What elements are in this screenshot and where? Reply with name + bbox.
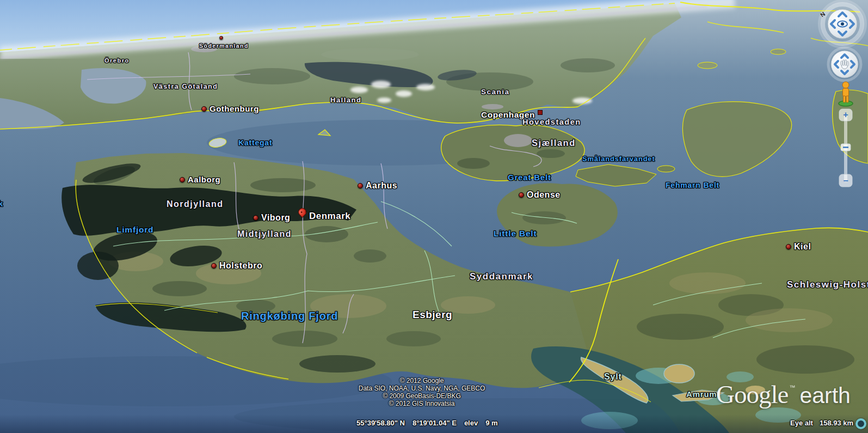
water-smalandsfarvandet: Smålandsfarvandet bbox=[582, 155, 655, 162]
region-label: Nordjylland bbox=[167, 200, 224, 209]
place-aarhus[interactable]: Aarhus bbox=[358, 181, 397, 190]
city-marker-icon bbox=[219, 36, 223, 40]
region-syddanmark: Syddanmark bbox=[470, 272, 533, 281]
zoom-slider: + − bbox=[839, 109, 852, 187]
region-label: Scania bbox=[481, 88, 510, 96]
region-nordjylland: Nordjylland bbox=[167, 200, 224, 209]
place-kiel[interactable]: Kiel bbox=[786, 242, 811, 251]
elevation-value: 9 m bbox=[485, 419, 497, 427]
water-kattegat: Kattegat bbox=[238, 139, 272, 147]
country-label: Denmark bbox=[309, 211, 350, 221]
water-label-clipped: k bbox=[0, 199, 3, 208]
water-ringkobing-fjord: Ringkøbing Fjord bbox=[241, 310, 338, 321]
placemark-denmark[interactable]: Denmark bbox=[298, 211, 350, 221]
city-marker-icon bbox=[253, 215, 258, 221]
water-label: Little Belt bbox=[494, 229, 537, 238]
navigation-controls: N bbox=[814, 0, 868, 196]
island-foehr bbox=[664, 364, 694, 383]
water-little-belt: Little Belt bbox=[494, 229, 537, 238]
water-label: Ringkøbing Fjord bbox=[241, 310, 338, 321]
attribution-line: Data SIO, NOAA, U.S. Navy, NGA, GEBCO bbox=[280, 385, 563, 392]
latitude-value: 55°39'58.80" N bbox=[356, 419, 405, 427]
region-label: Södermanland bbox=[199, 43, 249, 49]
eye-alt-label: Eye alt bbox=[790, 419, 813, 427]
region-vastra-gotaland: Västra Götaland bbox=[153, 83, 218, 90]
city-marker-icon bbox=[180, 177, 185, 182]
city-marker-icon bbox=[786, 244, 791, 249]
water-great-belt: Great Belt bbox=[508, 173, 551, 181]
region-label: Örebro bbox=[104, 58, 130, 64]
city-label: Aarhus bbox=[366, 181, 397, 190]
street-view-pegman[interactable] bbox=[839, 82, 853, 106]
island-sylt-label: Sylt bbox=[604, 373, 622, 381]
region-label: Schleswig-Holst bbox=[787, 280, 868, 289]
region-label: Midtjylland bbox=[237, 230, 292, 239]
attribution-line: © 2012 Google bbox=[280, 377, 563, 385]
logo-earth: earth bbox=[799, 383, 850, 408]
water-label: k bbox=[0, 199, 3, 208]
region-halland: Halland bbox=[330, 96, 361, 103]
elevation-label: elev bbox=[464, 419, 478, 427]
island-label: Amrum bbox=[686, 390, 717, 398]
water-label: Great Belt bbox=[508, 173, 551, 181]
google-earth-viewport[interactable]: Gothenburg Copenhagen Aalborg Aarhus Vib… bbox=[0, 0, 868, 433]
attribution-line: © 2009 GeoBasis-DE/BKG bbox=[280, 392, 563, 400]
city-marker-icon bbox=[358, 183, 363, 188]
region-label: Syddanmark bbox=[470, 272, 533, 281]
region-sodermanland: Södermanland bbox=[199, 43, 249, 49]
map-attribution: © 2012 Google Data SIO, NOAA, U.S. Navy,… bbox=[280, 377, 563, 407]
city-marker-icon bbox=[519, 192, 524, 198]
place-viborg[interactable]: Viborg bbox=[253, 214, 290, 222]
water-label: Fehmarn Belt bbox=[666, 181, 719, 189]
region-midtjylland: Midtjylland bbox=[237, 230, 292, 239]
city-label: Odense bbox=[527, 191, 561, 199]
logo-trademark: ™ bbox=[789, 384, 795, 391]
city-label: Esbjerg bbox=[413, 309, 452, 320]
status-bar-coordinates: 55°39'58.80" N 8°19'01.04" E elev 9 m bbox=[356, 419, 498, 427]
move-joystick[interactable] bbox=[828, 48, 861, 81]
city-label: Viborg bbox=[261, 214, 290, 222]
logo-google: Google bbox=[716, 380, 788, 409]
zoom-out-label: − bbox=[843, 176, 848, 185]
island-amrum-label: Amrum bbox=[686, 390, 717, 398]
longitude-value: 8°19'01.04" E bbox=[413, 419, 457, 427]
streaming-indicator-icon bbox=[855, 418, 866, 429]
city-label: Kiel bbox=[794, 242, 811, 251]
eye-icon bbox=[838, 21, 847, 27]
city-marker-icon bbox=[201, 106, 207, 112]
city-label: Gothenburg bbox=[210, 105, 259, 113]
water-limfjord: Limfjord bbox=[116, 225, 153, 234]
eye-alt-value: 158.93 km bbox=[820, 419, 853, 427]
region-label: Halland bbox=[330, 96, 361, 103]
city-marker-icon bbox=[211, 263, 217, 269]
place-odense[interactable]: Odense bbox=[519, 191, 561, 199]
region-sjaelland: Sjælland bbox=[532, 138, 576, 148]
island-label: Sylt bbox=[604, 373, 622, 381]
zoom-in-label: + bbox=[843, 110, 848, 119]
place-holstebro[interactable]: Holstebro bbox=[211, 261, 262, 270]
region-orebro: Örebro bbox=[104, 58, 130, 64]
region-schleswig-holstein: Schleswig-Holst bbox=[787, 280, 868, 289]
capital-marker-icon bbox=[538, 110, 543, 115]
look-joystick[interactable]: N bbox=[819, 1, 865, 47]
place-esbjerg[interactable]: Esbjerg bbox=[413, 309, 452, 320]
region-scania: Scania bbox=[481, 88, 510, 96]
attribution-line: © 2012 GIS Innovatsia bbox=[280, 400, 563, 407]
google-earth-logo: Google ™ earth bbox=[716, 380, 851, 409]
region-hovedstaden: Hovedstaden bbox=[522, 118, 581, 126]
city-label: Holstebro bbox=[219, 261, 262, 270]
water-fehmarn-belt: Fehmarn Belt bbox=[666, 181, 719, 189]
earth-3d-globe[interactable] bbox=[0, 0, 868, 433]
place-aalborg[interactable]: Aalborg bbox=[180, 175, 220, 184]
region-label: Västra Götaland bbox=[153, 83, 218, 90]
region-label: Hovedstaden bbox=[522, 118, 581, 126]
water-label: Kattegat bbox=[238, 139, 272, 147]
place-gothenburg[interactable]: Gothenburg bbox=[201, 105, 259, 113]
city-label: Aalborg bbox=[188, 175, 220, 184]
water-label: Smålandsfarvandet bbox=[582, 155, 655, 162]
status-bar-eye-altitude: Eye alt 158.93 km bbox=[790, 419, 853, 427]
region-label: Sjælland bbox=[532, 138, 576, 148]
water-label: Limfjord bbox=[116, 225, 153, 234]
